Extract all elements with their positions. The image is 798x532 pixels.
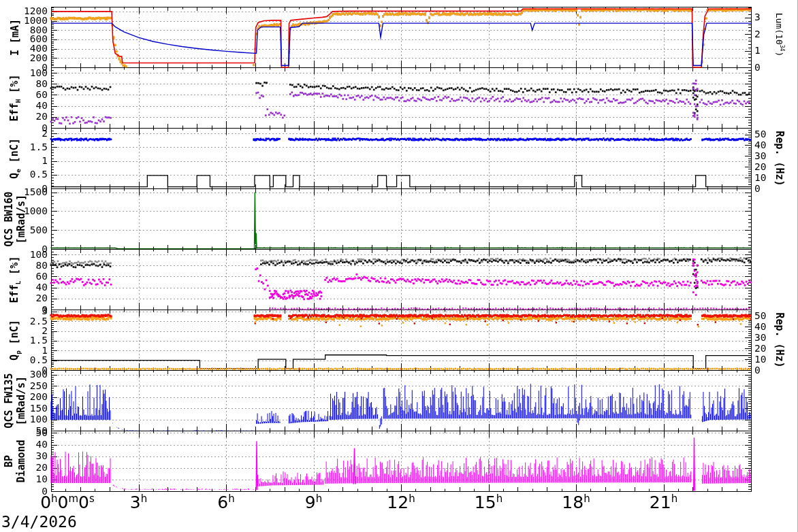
chart-canvas xyxy=(0,0,798,532)
accelerator-status-chart: 3/4/2026 0200400600800100012000123Lum(10… xyxy=(0,0,798,532)
